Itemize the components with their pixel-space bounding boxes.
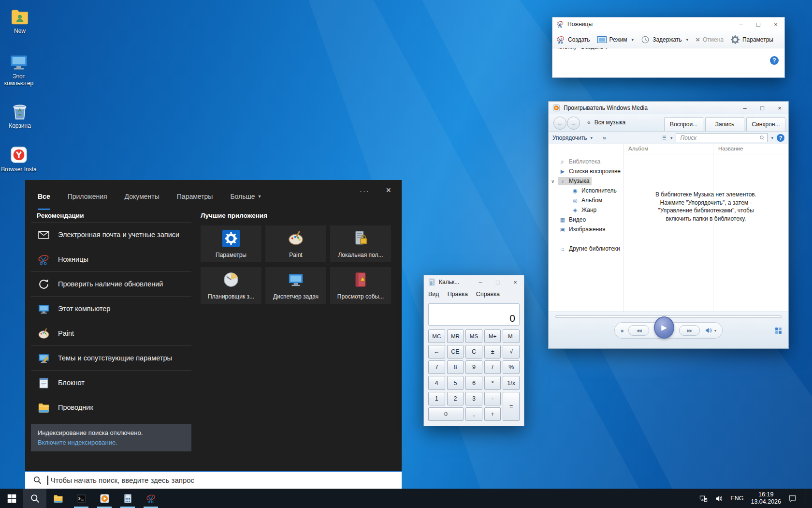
top-app-task-manager[interactable]: Диспетчер задач xyxy=(265,267,326,304)
show-desktop-button[interactable] xyxy=(806,489,808,508)
calc-key-sqrt[interactable]: √ xyxy=(503,345,520,359)
rec-item-snipping-tool[interactable]: Ножницы xyxy=(31,247,191,271)
tab-more[interactable]: Больше▾ xyxy=(230,188,261,210)
cancel-button[interactable]: × Отмена xyxy=(696,35,724,44)
help-icon[interactable]: ? xyxy=(770,56,779,65)
close-search-button[interactable]: × xyxy=(386,185,391,195)
calc-key-negate[interactable]: ± xyxy=(484,345,501,359)
rec-item-paint[interactable]: Paint xyxy=(31,321,191,345)
top-app-settings[interactable]: Параметры xyxy=(201,225,261,262)
play-button[interactable]: ▶ xyxy=(654,316,674,339)
calc-key-2[interactable]: 2 xyxy=(447,392,464,405)
calc-key-9[interactable]: 9 xyxy=(465,360,482,374)
network-icon[interactable] xyxy=(699,494,708,503)
taskbar-search-box[interactable] xyxy=(25,471,402,489)
close-button[interactable]: × xyxy=(767,17,784,31)
taskbar-file-explorer[interactable] xyxy=(46,489,70,508)
taskbar-search-button[interactable] xyxy=(23,489,46,508)
volume-icon[interactable] xyxy=(715,494,723,503)
taskbar-snipping-tool[interactable] xyxy=(139,489,162,508)
chevrons-left-icon[interactable]: « xyxy=(587,119,591,126)
tab-settings[interactable]: Параметры xyxy=(177,188,213,210)
calc-key-equals[interactable]: = xyxy=(503,392,520,421)
menu-view[interactable]: Вид xyxy=(428,291,439,298)
minimize-button[interactable]: – xyxy=(736,102,754,114)
column-album[interactable]: Альбом xyxy=(628,146,648,151)
options-ellipsis-button[interactable]: ··· xyxy=(360,187,370,195)
menu-help[interactable]: Справка xyxy=(476,291,500,298)
minimize-button[interactable]: – xyxy=(472,275,489,289)
desktop-icon-this-pc[interactable]: Этот компьютер xyxy=(0,52,38,87)
tree-item-music[interactable]: ∨ ♪Музыка xyxy=(549,176,623,186)
tree-item-genre[interactable]: ◈ Жанр xyxy=(549,205,623,215)
tree-item-artist[interactable]: ◉ Исполнитель xyxy=(549,186,623,195)
volume-control[interactable]: ▾ xyxy=(705,327,716,334)
tree-item-video[interactable]: ▦ Видео xyxy=(549,215,623,224)
rec-item-check-updates[interactable]: Проверить наличие обновлений xyxy=(31,271,191,296)
delay-button[interactable]: Задержать ▾ xyxy=(641,35,688,44)
tab-sync[interactable]: Синхрон... xyxy=(746,117,785,131)
taskbar-media-player[interactable] xyxy=(93,489,116,508)
calc-key-multiply[interactable]: * xyxy=(484,376,501,389)
chevron-down-icon[interactable]: ▾ xyxy=(771,135,773,140)
taskbar-command-prompt[interactable] xyxy=(70,489,93,508)
tree-item-library[interactable]: ♬ Библиотека xyxy=(549,157,623,166)
calc-key-5[interactable]: 5 xyxy=(447,376,464,389)
calc-key-0[interactable]: 0 xyxy=(428,407,464,421)
mode-button[interactable]: Режим ▾ xyxy=(597,36,634,43)
calc-key-6[interactable]: 6 xyxy=(465,376,482,389)
top-app-task-scheduler[interactable]: Планировщик з... xyxy=(201,267,261,304)
organize-menu-button[interactable]: Упорядочить xyxy=(552,134,587,141)
calc-key-reciprocal[interactable]: 1/x xyxy=(503,376,520,389)
media-player-titlebar[interactable]: Проигрыватель Windows Media – □ × xyxy=(549,102,788,114)
calc-key-mr[interactable]: MR xyxy=(447,329,464,343)
enable-indexing-link[interactable]: Включите индексирование. xyxy=(38,439,185,446)
rec-item-explorer[interactable]: Проводник xyxy=(31,395,191,419)
top-app-paint[interactable]: Paint xyxy=(265,225,326,262)
library-search-input[interactable] xyxy=(679,134,759,142)
maximize-button[interactable]: □ xyxy=(750,17,767,31)
switch-to-now-playing-icon[interactable] xyxy=(774,327,783,335)
top-app-event-viewer[interactable]: Просмотр собы... xyxy=(330,267,391,304)
library-search-box[interactable] xyxy=(676,133,768,142)
calc-key-minus[interactable]: - xyxy=(484,392,501,405)
menu-edit[interactable]: Правка xyxy=(448,291,468,298)
help-icon[interactable]: ? xyxy=(777,134,784,142)
calc-key-ce[interactable]: CE xyxy=(447,345,464,359)
tree-item-playlists[interactable]: ▶ Списки воспроизве xyxy=(549,166,623,176)
desktop-icon-recycle-bin[interactable]: Корзина xyxy=(1,102,39,129)
search-input[interactable] xyxy=(50,476,402,485)
calc-key-plus[interactable]: + xyxy=(484,407,501,421)
stop-button[interactable]: ■ xyxy=(621,328,624,333)
snipping-tool-titlebar[interactable]: Ножницы – □ × xyxy=(552,17,784,31)
minimize-button[interactable]: – xyxy=(732,17,750,31)
calc-key-m-plus[interactable]: M+ xyxy=(484,329,501,343)
maximize-button[interactable]: □ xyxy=(489,275,507,289)
calc-key-decimal[interactable]: , xyxy=(465,407,482,421)
calc-key-mc[interactable]: MC xyxy=(428,329,445,343)
new-snip-button[interactable]: Создать xyxy=(556,35,590,44)
expanded-chevron-icon[interactable]: ∨ xyxy=(551,179,554,184)
rec-item-this-pc[interactable]: Этот компьютер xyxy=(31,296,191,321)
tab-apps[interactable]: Приложения xyxy=(68,188,107,210)
back-button[interactable]: ← xyxy=(553,117,566,130)
calc-key-7[interactable]: 7 xyxy=(428,360,445,374)
rec-item-notepad[interactable]: Блокнот xyxy=(31,370,191,395)
forward-button[interactable]: → xyxy=(567,117,580,130)
close-button[interactable]: × xyxy=(507,275,524,289)
calc-key-backspace[interactable]: ← xyxy=(428,345,445,359)
maximize-button[interactable]: □ xyxy=(754,102,771,114)
calculator-titlebar[interactable]: Кальк... – □ × xyxy=(424,275,524,289)
calc-key-divide[interactable]: / xyxy=(484,360,501,374)
tree-item-pictures[interactable]: ▣ Изображения xyxy=(549,224,623,234)
tab-play[interactable]: Воспрои... xyxy=(664,117,703,131)
calc-key-1[interactable]: 1 xyxy=(428,392,445,405)
rec-item-themes[interactable]: Темы и сопутствующие параметры xyxy=(31,345,191,370)
close-button[interactable]: × xyxy=(771,102,788,114)
calc-key-m-minus[interactable]: M- xyxy=(503,329,520,343)
previous-button[interactable]: ◀◀ xyxy=(628,325,649,336)
calc-key-ms[interactable]: MS xyxy=(465,329,482,343)
tab-documents[interactable]: Документы xyxy=(125,188,160,210)
tab-burn[interactable]: Запись xyxy=(705,117,744,131)
next-button[interactable]: ▶▶ xyxy=(679,325,700,336)
